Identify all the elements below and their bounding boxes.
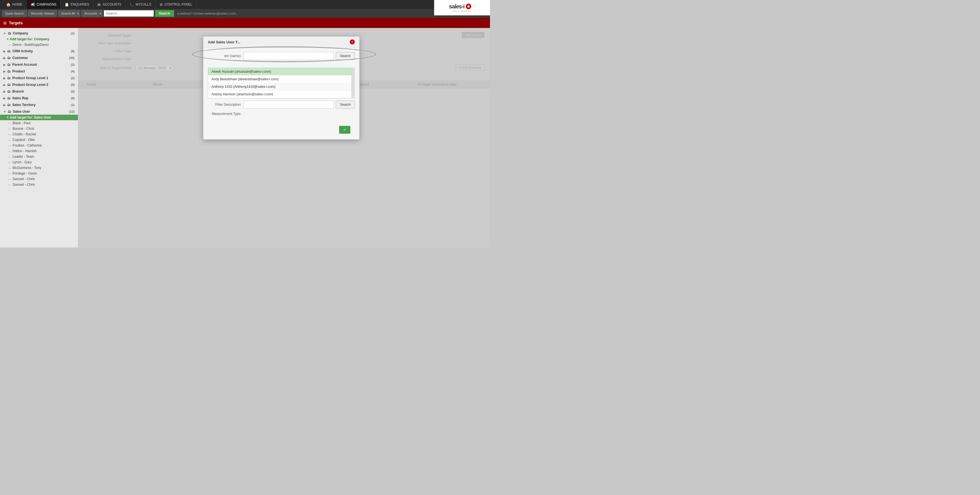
folder-icon: 🗂 [7, 76, 11, 80]
accounts-button[interactable]: Accounts [81, 10, 102, 17]
customer-group-label: Customer [12, 56, 67, 60]
modal: Add Sales User T... ✕ em (name): Search [203, 36, 360, 139]
dropdown-scrollbar[interactable] [352, 68, 355, 99]
nav-accounts[interactable]: 🏛 ACCOUNTS [93, 0, 126, 9]
chevron-right-icon: ▶ [3, 56, 6, 59]
modal-close-button[interactable]: ✕ [350, 40, 355, 45]
sidebar-group-crm-header[interactable]: ▶ 🗂 CRM Activity (8) [0, 48, 78, 54]
nav-home-label: HOME [12, 3, 22, 6]
sidebar-group-parent-account-header[interactable]: ▶ 🗂 Parent Account (2) [0, 62, 78, 68]
product-group-1-label: Product Group Level 1 [12, 76, 69, 80]
file-icon: — [8, 138, 11, 142]
chevron-right-icon: ▶ [3, 63, 6, 66]
search-bar: Quick Search Recently Viewed Search All … [0, 9, 490, 18]
company-count: (1) [71, 32, 75, 35]
file-icon: — [8, 127, 11, 130]
modal-filter-search-button[interactable]: Search [336, 101, 355, 109]
crm-count: (8) [71, 50, 75, 53]
search-all-button[interactable]: Search All [58, 10, 80, 17]
sidebar-item-samuel-chris-1[interactable]: — Samuel - Chris [0, 176, 78, 182]
page-title: Targets [9, 21, 23, 25]
chevron-right-icon: ▶ [3, 50, 6, 53]
customer-count: (30) [69, 56, 75, 59]
sidebar-item-foulkes-catherine[interactable]: — Foulkes - Catherine [0, 143, 78, 148]
enquiries-icon: 📋 [65, 3, 69, 7]
dropdown-item-antony[interactable]: Antony Harrison (aharrison@sales-i.com) [208, 91, 355, 98]
parent-account-group-label: Parent Account [12, 63, 69, 67]
sidebar-group-product-header[interactable]: ▶ 🗂 Product (4) [0, 68, 78, 74]
chevron-right-icon: ▶ [3, 77, 6, 80]
recently-viewed-button[interactable]: Recently Viewed [28, 10, 57, 17]
folder-icon: 🗂 [7, 96, 11, 100]
sidebar-group-product-group-2-header[interactable]: ▶ 🗂 Product Group Level 2 (0) [0, 81, 78, 88]
sidebar-item-halton-hamish[interactable]: — Halton - Hamish [0, 148, 78, 154]
file-icon: — [8, 43, 11, 46]
sidebar-item-bourne-chris[interactable]: — Bourne - Chris [0, 126, 78, 131]
folder-icon: 🗂 [7, 83, 11, 87]
sidebar-item-samuel-chris-2[interactable]: — Samuel - Chris [0, 182, 78, 187]
search-input[interactable] [103, 10, 154, 17]
sidebar-item-lynch-gary[interactable]: — Lynch - Gary [0, 160, 78, 165]
sidebar-item-demo-buildsuppdemo[interactable]: — Demo - BuildSuppDemo [0, 42, 78, 48]
dropdown-item-anthony1410[interactable]: Anthony 1410 (Anthony1410@sales-i.com) [208, 83, 355, 91]
quick-search-button[interactable]: Quick Search [2, 10, 27, 17]
modal-footer: ✓ [204, 124, 359, 135]
sidebar-group-crm: ▶ 🗂 CRM Activity (8) [0, 48, 78, 54]
close-icon: ✕ [351, 40, 353, 44]
sidebar-item-leader-team[interactable]: — Leader - Team [0, 154, 78, 160]
targets-icon: ⊞ [3, 21, 7, 25]
file-icon: — [8, 149, 11, 153]
nav-home[interactable]: 🏠 HOME [2, 0, 27, 9]
folder-icon: 🗂 [7, 89, 11, 93]
logo-sub: SELL SMART [449, 10, 475, 12]
folder-icon: 🗂 [7, 63, 11, 67]
search-bar-info: a webinar? Contact webinars@sales-i.com.… [177, 12, 238, 15]
add-target-company-button[interactable]: + Add target for: Company [0, 36, 78, 42]
sidebar-item-pordage-gavin[interactable]: — Pordage - Gavin [0, 171, 78, 176]
file-icon: — [8, 144, 11, 147]
dropdown-container: Akeeb Hussain (ahussain@sales-i.com) And… [204, 68, 359, 99]
modal-confirm-button[interactable]: ✓ [339, 126, 350, 134]
sidebar-group-sales-rep-header[interactable]: ▶ 🗂 Sales Rep (6) [0, 95, 78, 101]
campaigns-icon: 📢 [30, 3, 35, 7]
nav-mycalls[interactable]: 📞 MYCALLS [126, 0, 155, 9]
chevron-right-icon: ▶ [3, 83, 6, 86]
control-panel-icon: ⚙ [159, 3, 163, 7]
sidebar-group-sales-territory-header[interactable]: ▶ 🗂 Sales Territory (1) [0, 102, 78, 108]
sidebar-group-product-group-1-header[interactable]: ▶ 🗂 Product Group Level 1 (2) [0, 75, 78, 81]
sidebar-item-challis-rachel[interactable]: — Challis - Rachel [0, 131, 78, 137]
modal-filter-row-wrapper: Filter Description: Search Measurement T… [204, 99, 359, 124]
modal-search-button[interactable]: Search [336, 52, 355, 60]
sidebar-group-sales-rep: ▶ 🗂 Sales Rep (6) [0, 95, 78, 101]
folder-icon: 🗂 [7, 49, 11, 53]
nav-control-panel[interactable]: ⚙ CONTROL PANEL [156, 0, 197, 9]
sidebar-group-customer-header[interactable]: ▶ 🗂 Customer (30) [0, 55, 78, 61]
sidebar: ▼ 🗂 Company (1) + Add target for: Compan… [0, 28, 78, 248]
modal-filter-desc-row: Filter Description: Search [208, 101, 355, 109]
sidebar-group-customer: ▶ 🗂 Customer (30) [0, 55, 78, 61]
add-target-sales-user-button[interactable]: + Add target for: Sales User [0, 115, 78, 120]
chevron-right-icon: ▶ [3, 90, 6, 93]
file-icon: — [8, 121, 11, 125]
nav-campaigns[interactable]: 📢 CAMPAIGNS [27, 0, 60, 9]
accounts-icon: 🏛 [97, 3, 101, 7]
plus-icon: + [7, 37, 9, 41]
logo-area: sales-i ™ SELL SMART [434, 0, 490, 15]
nav-enquiries[interactable]: 📋 ENQUIRIES [60, 0, 93, 9]
file-icon: — [8, 183, 11, 186]
dropdown-item-akeeb[interactable]: Akeeb Hussain (ahussain@sales-i.com) [208, 68, 355, 75]
sidebar-item-mcguinness-tony[interactable]: — McGuinness - Tony [0, 165, 78, 171]
sidebar-item-black-paul[interactable]: — Black - Paul [0, 120, 78, 126]
sidebar-group-branch-header[interactable]: ▶ 🗂 Branch (2) [0, 88, 78, 94]
sidebar-group-product-group-1: ▶ 🗂 Product Group Level 1 (2) [0, 75, 78, 81]
search-go-button[interactable]: Search [155, 10, 174, 17]
sidebar-group-sales-user-header[interactable]: ▼ 🗂 Sales User (12) [0, 109, 78, 115]
sales-rep-count: (6) [71, 96, 75, 100]
modal-filter-desc-input[interactable] [243, 101, 334, 109]
sidebar-group-company: ▼ 🗂 Company (1) + Add target for: Compan… [0, 30, 78, 48]
modal-title-bar: Add Sales User T... ✕ [204, 37, 359, 48]
modal-name-input[interactable] [243, 52, 334, 60]
sidebar-item-copland-ollie[interactable]: — Copland - Ollie [0, 137, 78, 143]
dropdown-item-andy[interactable]: Andy Beardshaw (abeardshaw@sales-i.com) [208, 75, 355, 83]
sidebar-group-company-header[interactable]: ▼ 🗂 Company (1) [0, 30, 78, 36]
